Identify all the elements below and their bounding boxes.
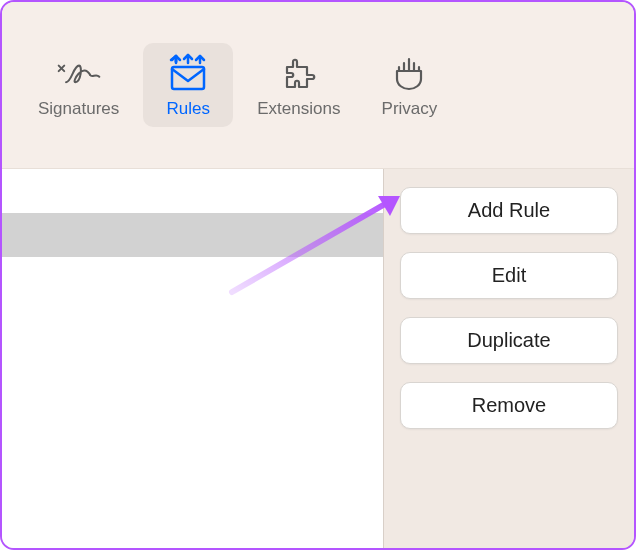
duplicate-button[interactable]: Duplicate [400,317,618,364]
toolbar-tab-privacy[interactable]: Privacy [364,43,454,127]
list-item[interactable] [2,213,383,257]
toolbar: Signatures [2,2,634,169]
privacy-icon [385,51,433,95]
edit-button[interactable]: Edit [400,252,618,299]
toolbar-label: Extensions [257,99,340,119]
toolbar-tab-extensions[interactable]: Extensions [241,43,356,127]
toolbar-tab-rules[interactable]: Rules [143,43,233,127]
rules-icon [164,51,212,95]
toolbar-tab-signatures[interactable]: Signatures [22,43,135,127]
toolbar-label: Rules [167,99,210,119]
content-area: Add Rule Edit Duplicate Remove [2,169,634,548]
list-item[interactable] [2,169,383,213]
preferences-window: Signatures [0,0,636,550]
toolbar-label: Signatures [38,99,119,119]
buttons-panel: Add Rule Edit Duplicate Remove [384,169,634,548]
signature-icon [55,51,103,95]
extensions-icon [275,51,323,95]
add-rule-button[interactable]: Add Rule [400,187,618,234]
svg-rect-5 [172,67,204,89]
rules-list[interactable] [2,169,384,548]
remove-button[interactable]: Remove [400,382,618,429]
toolbar-label: Privacy [382,99,438,119]
